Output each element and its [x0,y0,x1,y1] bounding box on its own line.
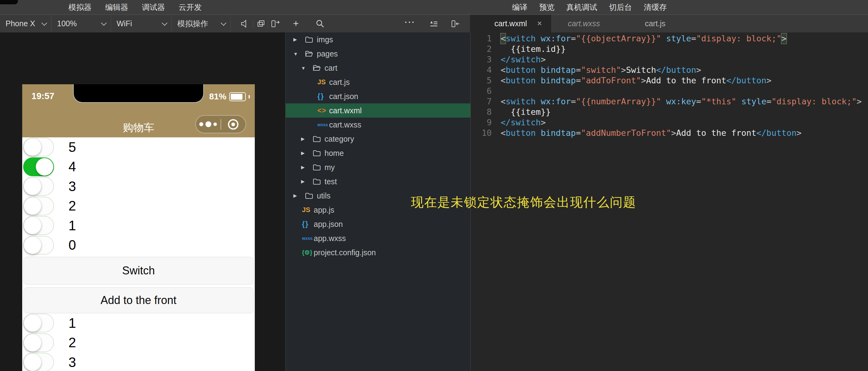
code-token: switch [505,96,536,106]
code-token: {{item.id}} [501,44,566,54]
duplicate-window-icon[interactable] [256,19,266,29]
menu-item-真机调试[interactable]: 真机调试 [566,2,597,12]
menu-item-模拟器[interactable]: 模拟器 [68,2,92,12]
collapse-sidebar-icon[interactable] [451,19,460,29]
new-file-button[interactable]: + [293,19,299,28]
code-token: </switch [501,55,541,64]
outline-sort-icon[interactable] [429,19,439,29]
toggle-switch-4[interactable] [23,158,54,176]
tree-item-label: category [324,135,354,144]
tree-item-label: cart.js [329,78,350,87]
folder-open-icon [313,64,324,71]
network-select[interactable]: WiFi [111,15,172,32]
tree-item-app.wxss[interactable]: wxssapp.wxss [286,231,470,246]
line-number: 2 [471,44,492,54]
tree-item-cart.wxss[interactable]: wxsscart.wxss [286,118,470,132]
chevron-collapsed-icon[interactable]: ▶ [301,179,313,184]
detach-simulator-icon[interactable] [270,19,280,29]
code-token: style [666,34,691,43]
phone-screen: 19:57 81% 购物车 [22,84,255,371]
switch-row: 3 [22,352,255,371]
menu-item-编辑器[interactable]: 编辑器 [105,2,128,12]
toggle-switch-1[interactable] [23,216,54,235]
switch-knob [24,217,41,234]
toggle-switch-3[interactable] [23,177,54,196]
chevron-expanded-icon[interactable]: ▼ [293,51,305,56]
line-number: 3 [471,54,492,65]
simulate-actions-select[interactable]: 模拟操作 [172,15,231,32]
code-token: = [767,96,771,106]
capsule-home-button[interactable] [221,119,246,130]
toggle-switch-1[interactable] [23,314,54,333]
folder-closed-icon [313,178,324,185]
chevron-collapsed-icon[interactable]: ▶ [293,193,305,198]
status-time: 19:57 [31,91,54,101]
code-token [736,96,741,106]
code-token: "{{numberArray}}" [576,96,661,106]
code-token: = [571,34,576,43]
tab-cart.wxml[interactable]: cart.wxml× [470,15,551,32]
capsule-more-button[interactable] [196,121,221,127]
code-token: Add to the front [676,128,756,138]
tab-close-icon[interactable]: × [537,19,542,28]
menu-item-清缓存[interactable]: 清缓存 [644,2,667,12]
toggle-switch-3[interactable] [23,353,54,371]
js-file-icon: JS [302,206,314,214]
code-line: <button bindtap="switch">Switch</button> [501,65,862,75]
tree-item-my[interactable]: ▶my [286,160,470,174]
tree-item-label: test [324,177,337,186]
chevron-collapsed-icon[interactable]: ▶ [301,136,313,142]
code-token: button [505,76,536,85]
code-token: "addToFront" [581,76,641,85]
code-area[interactable]: <switch wx:for="{{objectArray}}" style="… [501,33,862,138]
code-token: bindtap [541,65,576,75]
switch-item-label: 2 [68,198,76,213]
tree-item-test[interactable]: ▶test [286,174,470,189]
tree-item-cart.js[interactable]: JScart.js [286,75,470,89]
switch-item-label: 2 [68,335,76,350]
folder-closed-icon [305,192,317,199]
switch-item-label: 3 [68,179,76,194]
tree-item-category[interactable]: ▶category [286,132,470,146]
phone-nav-header: 19:57 81% 购物车 [22,84,255,137]
chevron-collapsed-icon[interactable]: ▶ [301,165,313,170]
toggle-switch-2[interactable] [23,333,54,352]
menu-item-云开发[interactable]: 云开发 [179,2,202,12]
code-token: wx:for [541,34,571,43]
tree-item-app.json[interactable]: {}app.json [286,217,470,231]
switch-button[interactable]: Switch [24,257,253,285]
menu-item-切后台[interactable]: 切后台 [609,2,632,12]
code-token: "display: block;" [771,96,857,106]
chevron-down-icon [101,20,106,26]
tab-label: cart.js [645,19,665,28]
tree-item-home[interactable]: ▶home [286,146,470,160]
toggle-switch-2[interactable] [23,197,54,216]
search-icon[interactable] [315,19,325,29]
menu-item-预览[interactable]: 预览 [539,2,555,12]
zoom-select-value: 100% [57,19,77,28]
zoom-select[interactable]: 100% [52,15,111,32]
chevron-expanded-icon[interactable]: ▼ [301,65,313,71]
add-to-front-button[interactable]: Add to the front [24,287,253,313]
switch-knob [24,334,41,351]
device-select[interactable]: Phone X [0,15,52,32]
mute-speaker-icon[interactable] [240,19,250,29]
tree-item-cart.wxml[interactable]: <>cart.wxml [286,104,470,118]
menu-item-调试器[interactable]: 调试器 [142,2,165,12]
toggle-switch-5[interactable] [23,138,54,156]
tree-item-imgs[interactable]: ▶imgs [286,32,470,47]
chevron-collapsed-icon[interactable]: ▶ [301,150,313,156]
menu-item-编译[interactable]: 编译 [512,2,527,12]
more-options-icon[interactable]: ··· [405,17,415,27]
tree-item-label: project.config.json [314,248,376,257]
code-token: < [501,76,505,85]
tree-item-cart[interactable]: ▼cart [286,61,470,75]
tree-item-pages[interactable]: ▼pages [286,47,470,61]
chevron-collapsed-icon[interactable]: ▶ [293,37,305,42]
toggle-switch-0[interactable] [23,236,54,255]
tree-item-project.config.json[interactable]: {⚙}project.config.json [286,246,470,260]
switch-row: 2 [22,196,255,216]
tree-item-cart.json[interactable]: {}cart.json [286,89,470,104]
tab-cart.js[interactable]: cart.js [617,15,694,32]
tab-cart.wxss[interactable]: cart.wxss [551,15,617,32]
